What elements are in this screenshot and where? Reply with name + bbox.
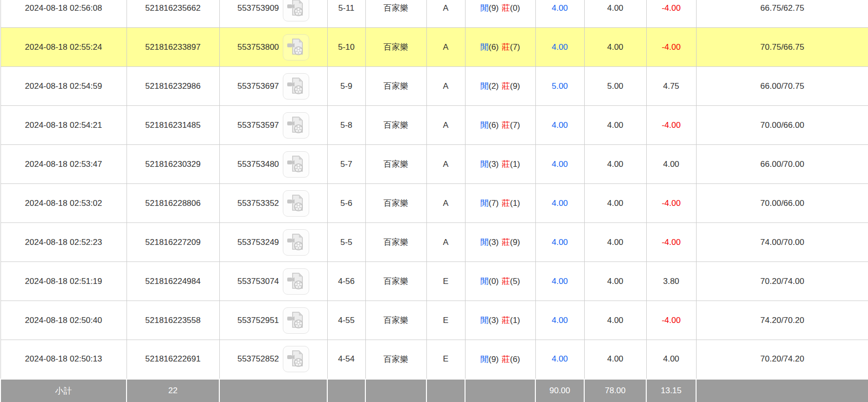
video-film-icon (286, 0, 306, 18)
game-type: 百家樂 (365, 67, 426, 106)
valid-bet: 4.00 (584, 262, 646, 301)
bet-amount-link[interactable]: 4.00 (551, 160, 568, 169)
game-type: 百家樂 (365, 28, 426, 67)
banker-score: (1) (510, 160, 520, 169)
subtotal-row: 小計 22 90.00 78.00 13.15 (0, 379, 868, 402)
balance: 70.20/74.20 (696, 340, 868, 379)
bet-amount-link[interactable]: 4.00 (551, 354, 568, 363)
shoe-round: 5-7 (327, 145, 365, 184)
video-film-icon (286, 272, 306, 291)
bet-time: 2024-08-18 02:56:08 (0, 0, 127, 28)
balance: 70.20/74.00 (696, 262, 868, 301)
subtotal-empty-gameid (219, 379, 327, 402)
table-code: A (426, 67, 465, 106)
game-result: 閒(6)莊(7) (465, 106, 535, 145)
bet-id: 521816227209 (127, 223, 219, 262)
video-replay-button[interactable] (283, 112, 309, 139)
video-replay-button[interactable] (283, 73, 309, 100)
bet-amount-link[interactable]: 4.00 (551, 121, 568, 130)
game-id: 553753697 (237, 81, 279, 91)
table-row: 2024-08-18 02:53:47 521816230329 5537534… (0, 145, 868, 184)
bet-amount-link[interactable]: 4.00 (551, 238, 568, 247)
bet-id: 521816224984 (127, 262, 219, 301)
valid-bet: 4.00 (584, 0, 646, 28)
video-replay-button[interactable] (283, 346, 309, 372)
game-result: 閒(3)莊(1) (465, 301, 535, 340)
game-result: 閒(3)莊(1) (465, 145, 535, 184)
win-loss: 3.80 (646, 262, 696, 301)
game-type: 百家樂 (365, 340, 426, 379)
bet-amount-link[interactable]: 4.00 (551, 42, 568, 52)
bet-amount-link[interactable]: 4.00 (551, 277, 568, 286)
win-loss: -4.00 (646, 184, 696, 223)
game-id-cell: 553752951 (219, 301, 327, 340)
win-loss: -4.00 (646, 301, 696, 340)
video-replay-button[interactable] (283, 268, 309, 295)
game-type: 百家樂 (365, 106, 426, 145)
bet-amount-link[interactable]: 4.00 (551, 199, 568, 208)
banker-label: 莊 (502, 42, 510, 52)
bet-amount-cell: 4.00 (535, 0, 584, 28)
bet-id: 521816233897 (127, 28, 219, 67)
banker-label: 莊 (502, 355, 510, 364)
game-id-cell: 553753800 (219, 28, 327, 67)
subtotal-empty-round (327, 379, 365, 402)
bet-id: 521816223558 (127, 301, 219, 340)
player-score: (6) (488, 121, 499, 130)
valid-bet: 4.00 (584, 223, 646, 262)
balance: 70.00/66.00 (696, 106, 868, 145)
bet-amount-link[interactable]: 4.00 (551, 316, 568, 325)
game-id: 553753074 (237, 277, 279, 286)
player-label: 閒 (480, 316, 488, 325)
bet-amount-cell: 4.00 (535, 340, 584, 379)
video-replay-button[interactable] (283, 151, 309, 178)
table-row: 2024-08-18 02:50:13 521816222691 5537528… (0, 340, 868, 379)
bet-amount-link[interactable]: 4.00 (551, 3, 568, 13)
video-film-icon (286, 233, 306, 252)
win-loss: 4.00 (646, 145, 696, 184)
bet-amount-cell: 5.00 (535, 67, 584, 106)
video-film-icon (286, 77, 306, 96)
bet-time: 2024-08-18 02:55:24 (0, 28, 127, 67)
bet-amount-link[interactable]: 5.00 (551, 81, 568, 91)
shoe-round: 5-6 (327, 184, 365, 223)
game-result: 閒(9)莊(6) (465, 340, 535, 379)
valid-bet: 4.00 (584, 184, 646, 223)
video-replay-button[interactable] (283, 34, 309, 60)
bet-amount-cell: 4.00 (535, 184, 584, 223)
win-loss: 4.75 (646, 67, 696, 106)
video-replay-button[interactable] (283, 229, 309, 256)
video-replay-button[interactable] (283, 190, 309, 217)
player-score: (2) (488, 81, 499, 91)
balance: 74.20/70.20 (696, 301, 868, 340)
video-replay-button[interactable] (283, 307, 309, 334)
player-label: 閒 (480, 199, 488, 208)
table-code: A (426, 106, 465, 145)
valid-bet: 4.00 (584, 340, 646, 379)
video-replay-button[interactable] (283, 0, 309, 21)
table-code: A (426, 0, 465, 28)
table-code: A (426, 28, 465, 67)
banker-score: (9) (510, 238, 520, 247)
bet-id: 521816228806 (127, 184, 219, 223)
bet-id: 521816222691 (127, 340, 219, 379)
subtotal-count: 22 (127, 379, 219, 402)
shoe-round: 5-10 (327, 28, 365, 67)
banker-score: (7) (510, 42, 520, 52)
shoe-round: 5-9 (327, 67, 365, 106)
subtotal-empty-result (465, 379, 535, 402)
valid-bet: 4.00 (584, 28, 646, 67)
video-film-icon (286, 311, 306, 330)
bet-amount-cell: 4.00 (535, 145, 584, 184)
balance: 66.00/70.00 (696, 145, 868, 184)
bet-time: 2024-08-18 02:53:02 (0, 184, 127, 223)
banker-label: 莊 (502, 199, 510, 208)
balance: 70.00/66.00 (696, 184, 868, 223)
game-type: 百家樂 (365, 184, 426, 223)
bet-time: 2024-08-18 02:52:23 (0, 223, 127, 262)
banker-score: (7) (510, 121, 520, 130)
game-id: 553752852 (237, 354, 279, 364)
player-label: 閒 (480, 121, 488, 130)
bet-amount-cell: 4.00 (535, 262, 584, 301)
table-row: 2024-08-18 02:51:19 521816224984 5537530… (0, 262, 868, 301)
